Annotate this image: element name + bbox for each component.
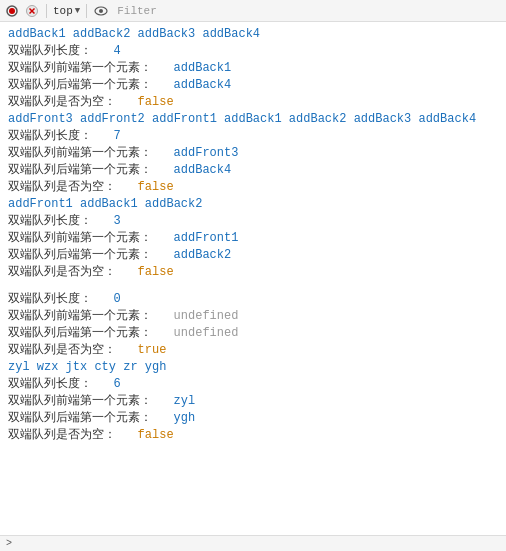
console-line: 双端队列前端第一个元素： addBack1	[8, 60, 498, 77]
line-label: 双端队列前端第一个元素：	[8, 146, 152, 160]
console-line: 双端队列后端第一个元素： addBack4	[8, 77, 498, 94]
line-value: true	[138, 343, 167, 357]
filter-area: Filter	[117, 5, 157, 17]
console-line: 双端队列是否为空： false	[8, 179, 498, 196]
line-label: 双端队列后端第一个元素：	[8, 78, 152, 92]
console-line: 双端队列长度： 0	[8, 291, 498, 308]
line-label: 双端队列长度：	[8, 292, 92, 306]
line-value: 0	[114, 292, 121, 306]
console-line: 双端队列前端第一个元素： addFront1	[8, 230, 498, 247]
empty-line	[8, 281, 498, 291]
context-label: top	[53, 5, 73, 17]
line-value: addBack4	[174, 163, 232, 177]
block-header: addBack1 addBack2 addBack3 addBack4	[8, 26, 498, 43]
line-value: 6	[114, 377, 121, 391]
console-line: 双端队列长度： 6	[8, 376, 498, 393]
line-label: 双端队列是否为空：	[8, 180, 116, 194]
toolbar-divider2	[86, 4, 87, 18]
toolbar-divider	[46, 4, 47, 18]
line-label: 双端队列长度：	[8, 44, 92, 58]
line-value: 3	[114, 214, 121, 228]
line-value: addFront3	[174, 146, 239, 160]
console-line: 双端队列后端第一个元素： ygh	[8, 410, 498, 427]
line-value: addBack4	[174, 78, 232, 92]
console-output: addBack1 addBack2 addBack3 addBack4双端队列长…	[0, 22, 506, 535]
bottom-bar: >	[0, 535, 506, 551]
eye-icon[interactable]	[93, 3, 109, 19]
line-value: false	[138, 428, 174, 442]
line-value: undefined	[174, 326, 239, 340]
line-value: ygh	[174, 411, 196, 425]
dropdown-arrow: ▼	[75, 6, 80, 16]
line-label: 双端队列前端第一个元素：	[8, 394, 152, 408]
line-label: 双端队列后端第一个元素：	[8, 326, 152, 340]
line-value: 7	[114, 129, 121, 143]
line-label: 双端队列长度：	[8, 214, 92, 228]
block-header: zyl wzx jtx cty zr ygh	[8, 359, 498, 376]
line-label: 双端队列后端第一个元素：	[8, 163, 152, 177]
console-line: 双端队列后端第一个元素： addBack2	[8, 247, 498, 264]
console-line: 双端队列后端第一个元素： addBack4	[8, 162, 498, 179]
svg-point-1	[9, 8, 15, 14]
console-line: 双端队列是否为空： true	[8, 342, 498, 359]
console-line: 双端队列长度： 7	[8, 128, 498, 145]
console-line: 双端队列长度： 3	[8, 213, 498, 230]
toolbar: top ▼ Filter	[0, 0, 506, 22]
line-value: false	[138, 180, 174, 194]
console-line: 双端队列是否为空： false	[8, 264, 498, 281]
line-value: false	[138, 95, 174, 109]
svg-point-6	[99, 9, 103, 13]
console-line: 双端队列后端第一个元素： undefined	[8, 325, 498, 342]
line-value: 4	[114, 44, 121, 58]
context-dropdown[interactable]: top ▼	[53, 5, 80, 17]
line-label: 双端队列前端第一个元素：	[8, 61, 152, 75]
filter-label: Filter	[117, 5, 157, 17]
console-line: 双端队列前端第一个元素： undefined	[8, 308, 498, 325]
line-label: 双端队列是否为空：	[8, 428, 116, 442]
line-value: addBack1	[174, 61, 232, 75]
console-line: 双端队列前端第一个元素： addFront3	[8, 145, 498, 162]
record-icon[interactable]	[4, 3, 20, 19]
line-label: 双端队列后端第一个元素：	[8, 411, 152, 425]
console-line: 双端队列是否为空： false	[8, 427, 498, 444]
line-value: addFront1	[174, 231, 239, 245]
block-header: addFront1 addBack1 addBack2	[8, 196, 498, 213]
line-label: 双端队列前端第一个元素：	[8, 231, 152, 245]
line-label: 双端队列长度：	[8, 377, 92, 391]
line-value: zyl	[174, 394, 196, 408]
console-line: 双端队列是否为空： false	[8, 94, 498, 111]
line-label: 双端队列是否为空：	[8, 343, 116, 357]
line-value: false	[138, 265, 174, 279]
block-header: addFront3 addFront2 addFront1 addBack1 a…	[8, 111, 498, 128]
line-value: addBack2	[174, 248, 232, 262]
stop-icon[interactable]	[24, 3, 40, 19]
line-label: 双端队列长度：	[8, 129, 92, 143]
chevron-right-icon[interactable]: >	[6, 538, 12, 549]
line-label: 双端队列后端第一个元素：	[8, 248, 152, 262]
line-label: 双端队列是否为空：	[8, 265, 116, 279]
line-value: undefined	[174, 309, 239, 323]
console-line: 双端队列长度： 4	[8, 43, 498, 60]
line-label: 双端队列前端第一个元素：	[8, 309, 152, 323]
line-label: 双端队列是否为空：	[8, 95, 116, 109]
console-line: 双端队列前端第一个元素： zyl	[8, 393, 498, 410]
